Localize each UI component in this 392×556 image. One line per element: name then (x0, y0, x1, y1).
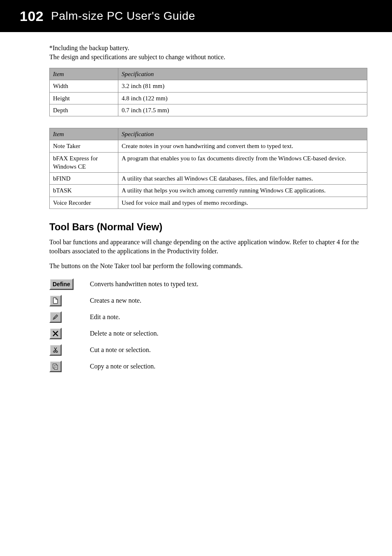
svg-line-8 (54, 348, 56, 351)
table-row: bTASK A utility that helps you switch am… (50, 185, 367, 197)
footnote-line: *Including the backup battery. (49, 44, 367, 53)
doc-title: Palm-size PC User's Guide (51, 9, 195, 23)
dimensions-table: Item Specification Width 3.2 inch (81 mm… (49, 68, 367, 116)
header-bar: 102 Palm-size PC User's Guide (0, 0, 392, 32)
command-desc: Cut a note or selection. (90, 342, 203, 358)
new-icon[interactable] (49, 295, 62, 306)
define-button[interactable]: Define (49, 278, 74, 290)
table-row: bFIND A utility that searches all Window… (50, 173, 367, 185)
disclaimer-line: The design and specifications are subjec… (49, 53, 367, 62)
section-title-toolbars: Tool Bars (Normal View) (49, 220, 367, 234)
command-desc: Creates a new note. (90, 292, 203, 309)
table-row: Voice Recorder Used for voice mail and t… (50, 197, 367, 208)
cell-item: bTASK (50, 185, 118, 197)
cell-spec: 3.2 inch (81 mm) (118, 80, 367, 92)
svg-line-7 (55, 348, 57, 351)
list-item: Cut a note or selection. (49, 342, 203, 358)
table-row: Note Taker Create notes in your own hand… (50, 140, 367, 152)
table-row: Depth 0.7 inch (17.5 mm) (50, 104, 367, 116)
cell-item: Width (50, 80, 118, 92)
page-body: *Including the backup battery. The desig… (0, 32, 392, 375)
command-desc: Converts handwritten notes to typed text… (90, 276, 203, 292)
cell-item: bFIND (50, 173, 118, 185)
cell-item: Height (50, 92, 118, 104)
software-table: Item Specification Note Taker Create not… (49, 128, 367, 209)
list-item: Define Converts handwritten notes to typ… (49, 276, 203, 292)
cut-icon[interactable] (49, 344, 62, 356)
cell-spec: A program that enables you to fax docume… (118, 152, 367, 173)
col-header-spec: Specification (118, 68, 367, 80)
cell-spec: 4.8 inch (122 mm) (118, 92, 367, 104)
cell-item: Depth (50, 104, 118, 116)
page-number: 102 (20, 8, 44, 24)
cell-item: Voice Recorder (50, 197, 118, 208)
cell-item: Note Taker (50, 140, 118, 152)
cell-spec: A utility that searches all Windows CE d… (118, 173, 367, 185)
cell-spec: Create notes in your own handwriting and… (118, 140, 367, 152)
list-item: Copy a note or selection. (49, 358, 203, 375)
page: 102 Palm-size PC User's Guide *Including… (0, 0, 392, 556)
svg-marker-0 (53, 298, 58, 303)
list-item: Edit a note. (49, 309, 203, 325)
list-item: Creates a new note. (49, 292, 203, 309)
list-item: Delete a note or selection. (49, 325, 203, 342)
command-desc: Delete a note or selection. (90, 325, 203, 342)
col-header-item: Item (50, 128, 118, 140)
intro-block: *Including the backup battery. The desig… (49, 44, 367, 61)
toolbar-commands-table: Define Converts handwritten notes to typ… (49, 276, 203, 375)
cell-spec: A utility that helps you switch among cu… (118, 185, 367, 197)
col-header-item: Item (50, 68, 118, 80)
table-row: bFAX Express for Windows CE A program th… (50, 152, 367, 173)
command-desc: Edit a note. (90, 309, 203, 325)
col-header-spec: Specification (118, 128, 367, 140)
cell-spec: Used for voice mail and types of memo re… (118, 197, 367, 208)
copy-icon[interactable] (49, 361, 62, 372)
toolbar-para-2: The buttons on the Note Taker tool bar p… (49, 262, 367, 271)
svg-marker-1 (53, 315, 58, 320)
delete-icon[interactable] (49, 328, 62, 339)
edit-icon[interactable] (49, 311, 62, 323)
table-row: Width 3.2 inch (81 mm) (50, 80, 367, 92)
toolbar-para-1: Tool bar functions and appearance will c… (49, 238, 367, 255)
cell-item: bFAX Express for Windows CE (50, 152, 118, 173)
table-row: Height 4.8 inch (122 mm) (50, 92, 367, 104)
cell-spec: 0.7 inch (17.5 mm) (118, 104, 367, 116)
command-desc: Copy a note or selection. (90, 358, 203, 375)
table-header-row: Item Specification (50, 128, 367, 140)
table-header-row: Item Specification (50, 68, 367, 80)
